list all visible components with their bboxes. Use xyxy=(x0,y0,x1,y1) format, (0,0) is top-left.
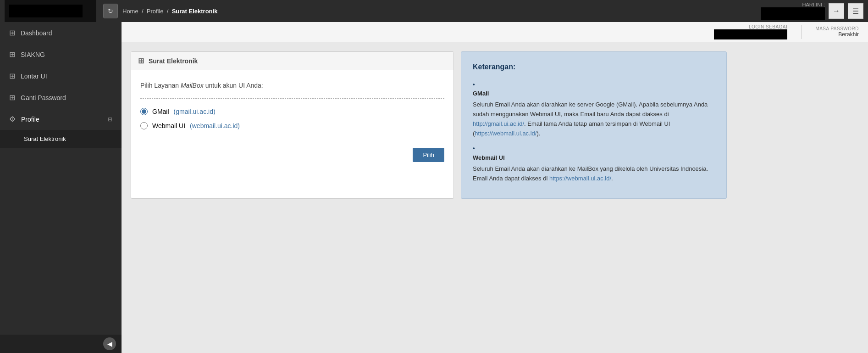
webmail-label: Webmail UI xyxy=(152,122,185,129)
mailbox-suffix: untuk akun UI Anda: xyxy=(204,82,263,89)
webmail-radio[interactable] xyxy=(140,122,148,129)
card-body: Pilih Layanan MailBox untuk akun UI Anda… xyxy=(131,70,453,141)
collapse-icon[interactable]: ⊟ xyxy=(108,116,112,123)
profile-icon: ⚙ xyxy=(9,115,16,123)
top-right: HARI INI : → ☰ xyxy=(761,2,863,20)
surat-elektronik-card: ⊞ Surat Elektronik Pilih Layanan MailBox… xyxy=(131,51,454,199)
info-panel-title: Keterangan: xyxy=(473,61,715,73)
dashed-divider xyxy=(140,98,444,99)
sidebar-item-siakng-label: SIAKNG xyxy=(21,51,45,58)
info-panel: Keterangan: GMail Seluruh Email Anda aka… xyxy=(461,51,727,199)
sidebar-sub-item-label: Surat Elektronik xyxy=(24,135,66,142)
sidebar-item-lontar-label: Lontar UI xyxy=(21,73,47,80)
sidebar-item-dashboard[interactable]: ⊞ Dashboard xyxy=(0,22,122,44)
info-webmail-link1[interactable]: https://webmail.ui.ac.id/ xyxy=(549,175,611,182)
mailbox-italic: MailBox xyxy=(181,82,204,89)
gmail-option[interactable]: GMail (gmail.ui.ac.id) xyxy=(140,108,444,115)
refresh-button[interactable]: ↻ xyxy=(103,4,118,18)
info-item-webmail: Webmail UI Seluruh Email Anda akan diara… xyxy=(473,144,715,183)
webmail-option[interactable]: Webmail UI (webmail.ui.ac.id) xyxy=(140,122,444,129)
lontar-icon: ⊞ xyxy=(9,72,15,80)
masa-password-section: MASA PASSWORD Berakhir xyxy=(815,26,859,38)
pilih-button[interactable]: Pilih xyxy=(413,148,444,162)
info-gmail-link1[interactable]: http://gmail.ui.ac.id/ xyxy=(473,120,524,127)
table-icon: ⊞ xyxy=(138,56,144,65)
sidebar-item-profile[interactable]: ⚙ Profile ⊟ xyxy=(0,108,122,130)
radio-group: GMail (gmail.ui.ac.id) Webmail UI (webma… xyxy=(140,108,444,129)
breadcrumb-area: ↻ Home / Profile / Surat Elektronik xyxy=(96,4,761,18)
ganti-password-icon: ⊞ xyxy=(9,93,15,102)
login-bar-divider xyxy=(801,25,802,39)
dashboard-icon: ⊞ xyxy=(9,28,15,37)
page-content: ⊞ Surat Elektronik Pilih Layanan MailBox… xyxy=(122,42,868,353)
card-header: ⊞ Surat Elektronik xyxy=(131,52,453,70)
gmail-label: GMail xyxy=(152,108,169,115)
login-sebagai-label: LOGIN SEBAGAI xyxy=(749,24,787,29)
info-gmail-desc-after: ). xyxy=(536,130,540,137)
breadcrumb-profile[interactable]: Profile xyxy=(147,8,164,15)
sidebar-toggle-area: ◀ xyxy=(0,335,122,353)
webmail-link[interactable]: (webmail.ui.ac.id) xyxy=(190,122,240,129)
breadcrumb-current: Surat Elektronik xyxy=(172,8,218,15)
sidebar: ⊞ Dashboard ⊞ SIAKNG ⊞ Lontar UI ⊞ Ganti… xyxy=(0,22,122,353)
card-footer: Pilih xyxy=(131,141,453,169)
hari-ini-label: HARI INI : xyxy=(802,2,825,7)
breadcrumb-home[interactable]: Home xyxy=(122,8,138,15)
masa-password-label: MASA PASSWORD xyxy=(815,26,859,31)
info-panel-list: GMail Seluruh Email Anda akan diarahkan … xyxy=(473,80,715,184)
content-area: LOGIN SEBAGAI MASA PASSWORD Berakhir ⊞ S… xyxy=(122,22,868,353)
login-sebagai-section: LOGIN SEBAGAI xyxy=(714,24,787,39)
info-webmail-desc-after: . xyxy=(611,175,613,182)
login-sebagai-value xyxy=(714,29,787,39)
top-navbar: ↻ Home / Profile / Surat Elektronik HARI… xyxy=(0,0,868,22)
card-title: Surat Elektronik xyxy=(149,57,198,65)
info-gmail-desc-before: Seluruh Email Anda akan diarahkan ke ser… xyxy=(473,101,708,118)
sidebar-sub-item-surat-elektronik[interactable]: Surat Elektronik xyxy=(0,130,122,148)
info-item-gmail: GMail Seluruh Email Anda akan diarahkan … xyxy=(473,80,715,139)
sidebar-item-siakng[interactable]: ⊞ SIAKNG xyxy=(0,44,122,65)
mailbox-label: Pilih Layanan MailBox untuk akun UI Anda… xyxy=(140,82,444,89)
menu-button[interactable]: ☰ xyxy=(848,3,863,19)
sidebar-arrow-button[interactable]: ◀ xyxy=(103,337,116,350)
main-layout: ⊞ Dashboard ⊞ SIAKNG ⊞ Lontar UI ⊞ Ganti… xyxy=(0,22,868,353)
masa-password-value: Berakhir xyxy=(838,31,859,38)
exit-button[interactable]: → xyxy=(829,3,844,19)
logo xyxy=(9,5,83,17)
info-gmail-title: GMail xyxy=(473,89,715,99)
date-display xyxy=(761,7,825,20)
sidebar-item-lontar-ui[interactable]: ⊞ Lontar UI xyxy=(0,65,122,87)
sidebar-item-profile-label: Profile xyxy=(21,116,39,123)
breadcrumb: Home / Profile / Surat Elektronik xyxy=(122,8,217,15)
gmail-link[interactable]: (gmail.ui.ac.id) xyxy=(174,108,216,115)
info-gmail-link2[interactable]: https://webmail.ui.ac.id/ xyxy=(475,130,536,137)
sidebar-item-ganti-password-label: Ganti Password xyxy=(21,94,66,101)
logo-area xyxy=(5,0,96,22)
info-webmail-title: Webmail UI xyxy=(473,153,715,163)
gmail-radio[interactable] xyxy=(140,108,148,115)
sidebar-item-ganti-password[interactable]: ⊞ Ganti Password xyxy=(0,87,122,108)
login-bar: LOGIN SEBAGAI MASA PASSWORD Berakhir xyxy=(122,22,868,42)
siakng-icon: ⊞ xyxy=(9,50,15,59)
content-grid: ⊞ Surat Elektronik Pilih Layanan MailBox… xyxy=(131,51,727,199)
mailbox-intro: Pilih Layanan xyxy=(140,82,181,89)
sidebar-item-dashboard-label: Dashboard xyxy=(21,29,52,37)
